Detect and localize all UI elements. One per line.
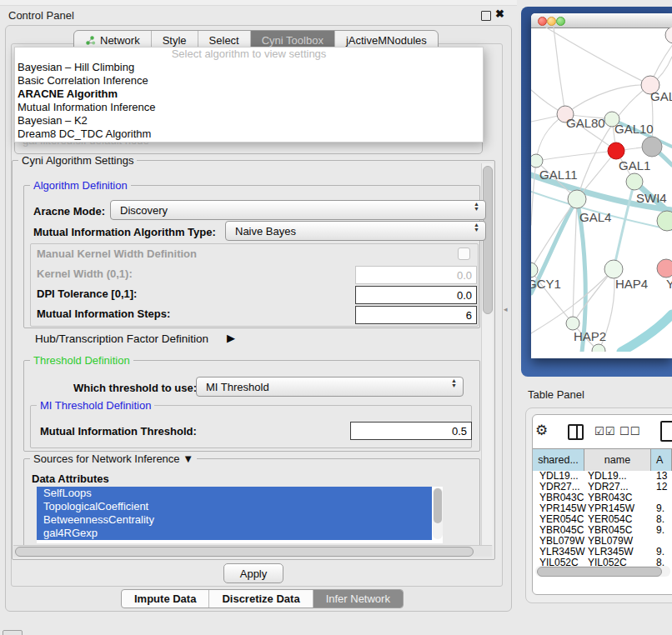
control-panel-title: Control Panel [8, 9, 74, 22]
mi-threshold-field[interactable] [350, 422, 472, 440]
data-attributes-items: SelfLoopsTopologicalCoefficientBetweenne… [37, 487, 443, 540]
algorithm-option[interactable]: Bayesian – Hill Climbing [15, 61, 483, 74]
network-edge[interactable] [614, 182, 634, 269]
list-vertical-scrollbar[interactable] [433, 488, 443, 539]
network-edge[interactable] [621, 314, 672, 352]
network-node-gray-node[interactable] [642, 137, 662, 157]
scrollbar-thumb[interactable] [434, 488, 442, 523]
algorithm-option[interactable]: ARACNE Algorithm [15, 88, 483, 101]
network-node-label: GAL4 [579, 210, 611, 224]
network-node-label: SWI4 [636, 191, 667, 205]
column-header-shared[interactable]: shared... [533, 449, 584, 471]
table-cell: 8. [651, 558, 664, 566]
column-header-partial[interactable]: A [651, 449, 672, 471]
manual-kernel-checkbox[interactable] [458, 248, 470, 260]
tab-label: Cyni Toolbox [262, 34, 323, 47]
algorithm-option[interactable]: Basic Correlation Inference [15, 74, 483, 88]
kernel-width-label: Kernel Width (0,1): [37, 268, 133, 280]
apply-button[interactable]: Apply [223, 563, 283, 583]
manual-kernel-label: Manual Kernel Width Definition [37, 248, 197, 260]
network-node-label: GAL [650, 89, 672, 103]
network-node-red-node[interactable] [608, 142, 624, 159]
algorithm-definition-title: Algorithm Definition [30, 179, 131, 192]
close-traffic-light[interactable] [538, 17, 547, 26]
which-threshold-combo[interactable]: MI Threshold ▲▼ [196, 377, 464, 397]
network-node-label: GAL11 [539, 168, 578, 182]
network-icon [85, 35, 96, 46]
tab-label: Network [100, 34, 140, 47]
minimize-traffic-light[interactable] [547, 17, 556, 26]
network-edge[interactable] [565, 85, 650, 114]
data-attribute-item[interactable]: SelfLoops [37, 487, 432, 500]
network-node-hap2[interactable] [566, 317, 579, 330]
dpi-tolerance-field[interactable] [355, 286, 477, 304]
network-canvas[interactable]: GALGAL80GAL10GAL11GAL1SWI4GAL4GCY1HAP4YH… [531, 28, 672, 352]
network-node-hap4[interactable] [604, 260, 623, 278]
panel-collapse-handle[interactable]: ◂ [504, 305, 508, 313]
algorithm-dropdown-placeholder: Select algorithm to view settings [15, 48, 483, 61]
data-attributes-list[interactable]: SelfLoopsTopologicalCoefficientBetweenne… [37, 487, 443, 543]
algorithm-option[interactable]: Dream8 DC_TDC Algorithm [15, 128, 483, 141]
float-panel-icon[interactable] [481, 11, 491, 21]
columns-icon[interactable] [568, 424, 584, 440]
network-edge[interactable] [546, 28, 650, 85]
network-node-label: GCY1 [531, 277, 561, 291]
sources-title: Sources for Network Inference ▼ [30, 452, 197, 465]
mi-type-value: Naive Bayes [235, 225, 296, 238]
network-node-y-pink[interactable] [657, 259, 672, 278]
network-node-gcy1[interactable] [531, 262, 538, 278]
bottom-tab-infer-network[interactable]: Infer Network [313, 590, 403, 608]
mi-type-label: Mutual Information Algorithm Type: [33, 226, 216, 238]
algorithm-option[interactable]: Mutual Information Inference [15, 101, 483, 114]
algorithm-dropdown-list: Bayesian – Hill ClimbingBasic Correlatio… [15, 61, 483, 141]
scrollbar-thumb[interactable] [537, 567, 662, 577]
zoom-traffic-light[interactable] [556, 17, 565, 26]
network-edge[interactable] [536, 151, 616, 161]
collapse-arrow-icon[interactable]: ▼ [183, 452, 193, 465]
network-node-label: GAL80 [566, 116, 605, 130]
network-node-bottom-green[interactable] [592, 344, 605, 352]
data-attribute-item[interactable]: BetweennessCentrality [37, 513, 432, 527]
data-attribute-item[interactable]: gal4RGexp [37, 527, 432, 540]
data-attributes-label: Data Attributes [32, 472, 109, 485]
table-row[interactable]: YIL052CYIL052C8. [533, 558, 672, 566]
table-horizontal-scrollbar[interactable] [535, 566, 670, 577]
tab-label: Style [163, 34, 187, 47]
network-node-gal4[interactable] [568, 190, 586, 208]
network-edge[interactable] [573, 269, 614, 323]
export-table-icon[interactable] [660, 421, 672, 442]
hub-definition-expander-label[interactable]: Hub/Transcription Factor Definition [35, 332, 208, 345]
expander-arrow-icon[interactable]: ▶ [227, 332, 235, 344]
deselect-all-columns-icon[interactable]: ☐☐ [619, 425, 640, 438]
gear-icon[interactable]: ⚙ [535, 422, 548, 439]
which-threshold-label: Which threshold to use: [73, 382, 197, 394]
which-threshold-value: MI Threshold [206, 381, 269, 393]
table-header: shared... name A [533, 448, 672, 472]
network-window-titlebar[interactable] [531, 13, 672, 28]
aracne-mode-combo[interactable]: Discovery ▲▼ [110, 200, 486, 220]
sources-title-text: Sources for Network Inference [33, 452, 180, 465]
kernel-width-field[interactable] [355, 266, 477, 284]
select-all-columns-icon[interactable]: ☑☑ [594, 425, 615, 438]
algorithm-option[interactable]: Bayesian – K2 [15, 114, 483, 128]
settings-horizontal-scrollbar[interactable] [13, 545, 492, 557]
mi-type-combo[interactable]: Naive Bayes ▲▼ [225, 221, 486, 241]
data-attribute-item[interactable]: TopologicalCoefficient [37, 500, 432, 513]
network-node-gal11[interactable] [531, 154, 543, 168]
bottom-tab-discretize-data[interactable]: Discretize Data [208, 590, 312, 608]
aracne-mode-value: Discovery [120, 204, 168, 217]
algorithm-dropdown[interactable]: Select algorithm to view settings Bayesi… [14, 47, 484, 142]
network-edge[interactable] [554, 28, 565, 114]
network-node-label: Y [666, 277, 672, 291]
bottom-tab-impute-data[interactable]: Impute Data [122, 590, 208, 608]
close-icon[interactable]: ✖ [495, 8, 504, 20]
scrollbar-thumb[interactable] [15, 547, 474, 557]
mi-steps-field[interactable] [355, 306, 477, 324]
bottom-left-partial-widget[interactable] [3, 630, 23, 635]
network-node-top-cut[interactable] [665, 28, 672, 43]
table-cell: 12 [651, 482, 667, 492]
column-header-name[interactable]: name [584, 449, 651, 471]
network-node-gal1[interactable] [626, 173, 643, 190]
chevron-updown-icon: ▲▼ [474, 222, 479, 232]
table-rows: YDL19...YDL19...13YDR27...YDR27...12YBR0… [533, 471, 672, 566]
